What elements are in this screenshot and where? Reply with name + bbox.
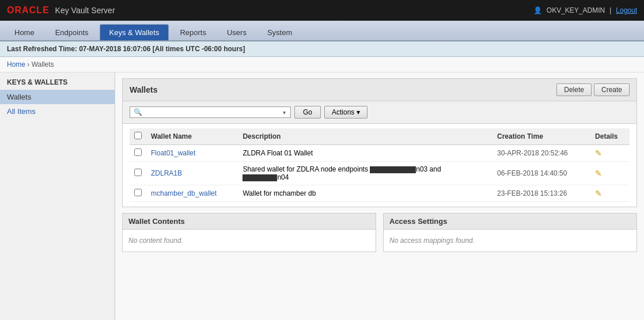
row2-checkbox[interactable]	[134, 169, 142, 176]
wallets-table: Wallet Name Description Creation Time De…	[130, 128, 630, 202]
actions-label: Actions	[332, 108, 354, 116]
search-icon: 🔍	[134, 108, 142, 116]
breadcrumb: Home › Wallets	[0, 57, 644, 73]
row2-description-cell: Shared wallet for ZDLRA node endpoints n…	[238, 162, 493, 185]
row1-creation-time: 30-APR-2018 20:52:46	[497, 149, 568, 157]
row2-creation-time-cell: 06-FEB-2018 14:40:50	[493, 162, 590, 185]
actions-button[interactable]: Actions ▾	[324, 106, 368, 119]
row2-redacted2	[243, 174, 277, 181]
wallet-contents-panel: Wallet Contents No content found.	[122, 213, 376, 252]
app-title: Key Vault Server	[55, 6, 115, 15]
access-settings-panel: Access Settings No access mappings found…	[383, 213, 637, 252]
row3-description: Wallet for mchamber db	[243, 189, 316, 197]
row3-creation-time-cell: 23-FEB-2018 15:13:26	[493, 185, 590, 202]
wallets-panel: Wallets Delete Create 🔍 ▾ Go Actions ▾	[122, 78, 637, 207]
table-header-row: Wallet Name Description Creation Time De…	[130, 128, 630, 145]
row1-checkbox-cell	[130, 145, 146, 162]
col-description: Description	[238, 128, 493, 145]
col-details: Details	[590, 128, 630, 145]
wallets-panel-title: Wallets	[130, 85, 158, 94]
row1-wallet-link[interactable]: Float01_wallet	[151, 149, 195, 157]
create-button[interactable]: Create	[594, 83, 630, 96]
content-area: Wallets Delete Create 🔍 ▾ Go Actions ▾	[115, 73, 644, 320]
row2-edit-icon[interactable]: ✎	[595, 169, 602, 178]
breadcrumb-current: Wallets	[32, 60, 54, 68]
sidebar: KEYS & WALLETS Wallets All Items	[0, 73, 115, 320]
go-button[interactable]: Go	[294, 106, 321, 119]
col-checkbox	[130, 128, 146, 145]
refresh-text: Last Refreshed Time: 07-MAY-2018 16:07:0…	[7, 45, 245, 53]
row1-details-cell: ✎	[590, 145, 630, 162]
row3-creation-time: 23-FEB-2018 15:13:26	[497, 189, 567, 197]
row2-wallet-link[interactable]: ZDLRA1B	[151, 169, 182, 177]
breadcrumb-separator: ›	[27, 60, 31, 68]
table-row: mchamber_db_wallet Wallet for mchamber d…	[130, 185, 630, 202]
col-creation-time: Creation Time	[493, 128, 590, 145]
row3-edit-icon[interactable]: ✎	[595, 189, 602, 198]
row2-desc-suffix: n04	[277, 173, 289, 181]
tab-home[interactable]: Home	[5, 24, 44, 40]
row1-creation-time-cell: 30-APR-2018 20:52:46	[493, 145, 590, 162]
actions-dropdown-arrow: ▾	[357, 108, 360, 116]
row2-details-cell: ✎	[590, 162, 630, 185]
row1-edit-icon[interactable]: ✎	[595, 148, 602, 158]
oracle-logo: ORACLE	[7, 5, 50, 16]
row2-checkbox-cell	[130, 162, 146, 185]
sidebar-item-all-items[interactable]: All Items	[0, 104, 115, 119]
tab-users[interactable]: Users	[217, 24, 256, 40]
row1-wallet-name-cell: Float01_wallet	[146, 145, 238, 162]
tab-endpoints[interactable]: Endpoints	[46, 24, 99, 40]
header-left: ORACLE Key Vault Server	[7, 5, 115, 16]
table-row: ZDLRA1B Shared wallet for ZDLRA node end…	[130, 162, 630, 185]
sidebar-section-title: KEYS & WALLETS	[0, 73, 115, 90]
col-wallet-name: Wallet Name	[146, 128, 238, 145]
username-label: OKV_KEY_ADMIN	[547, 6, 605, 14]
sidebar-item-wallets[interactable]: Wallets	[0, 90, 115, 104]
tab-reports[interactable]: Reports	[170, 24, 216, 40]
nav-bar: Home Endpoints Keys & Wallets Reports Us…	[0, 21, 644, 41]
select-all-checkbox[interactable]	[134, 132, 142, 139]
wallet-contents-header: Wallet Contents	[123, 214, 376, 230]
row2-wallet-name-cell: ZDLRA1B	[146, 162, 238, 185]
wallets-action-buttons: Delete Create	[556, 83, 630, 96]
row1-description: ZLDRA Float 01 Wallet	[243, 149, 313, 157]
row2-creation-time: 06-FEB-2018 14:40:50	[497, 169, 567, 177]
logout-link[interactable]: Logout	[616, 6, 637, 14]
row3-wallet-name-cell: mchamber_db_wallet	[146, 185, 238, 202]
wallets-panel-header: Wallets Delete Create	[123, 79, 637, 101]
refresh-bar: Last Refreshed Time: 07-MAY-2018 16:07:0…	[0, 41, 644, 57]
breadcrumb-home[interactable]: Home	[7, 60, 25, 68]
row3-details-cell: ✎	[590, 185, 630, 202]
row2-desc-mid: n03 and	[416, 165, 441, 173]
access-settings-header: Access Settings	[384, 214, 637, 230]
tab-system[interactable]: System	[257, 24, 302, 40]
main-layout: KEYS & WALLETS Wallets All Items Wallets…	[0, 73, 644, 320]
access-settings-empty: No access mappings found.	[384, 230, 637, 252]
row2-redacted1	[370, 166, 416, 173]
header: ORACLE Key Vault Server 👤 OKV_KEY_ADMIN …	[0, 0, 644, 21]
search-input-wrap: 🔍 ▾	[130, 106, 291, 118]
header-right: 👤 OKV_KEY_ADMIN | Logout	[533, 6, 637, 14]
table-row: Float01_wallet ZLDRA Float 01 Wallet 30-…	[130, 145, 630, 162]
search-dropdown-arrow[interactable]: ▾	[283, 109, 286, 116]
row3-checkbox[interactable]	[134, 189, 142, 196]
row2-desc-prefix: Shared wallet for ZDLRA node endpoints	[243, 165, 370, 173]
delete-button[interactable]: Delete	[556, 83, 592, 96]
row1-checkbox[interactable]	[134, 148, 142, 156]
header-separator: |	[609, 6, 611, 14]
user-icon: 👤	[533, 6, 542, 14]
search-bar: 🔍 ▾ Go Actions ▾	[123, 101, 637, 124]
row3-wallet-link[interactable]: mchamber_db_wallet	[151, 189, 217, 197]
tab-keys-wallets[interactable]: Keys & Wallets	[100, 24, 169, 40]
wallet-contents-empty: No content found.	[123, 230, 376, 252]
row3-checkbox-cell	[130, 185, 146, 202]
search-input[interactable]	[145, 108, 283, 116]
bottom-panels: Wallet Contents No content found. Access…	[122, 213, 637, 252]
wallets-table-wrap: Wallet Name Description Creation Time De…	[123, 124, 637, 207]
row1-description-cell: ZLDRA Float 01 Wallet	[238, 145, 493, 162]
row3-description-cell: Wallet for mchamber db	[238, 185, 493, 202]
